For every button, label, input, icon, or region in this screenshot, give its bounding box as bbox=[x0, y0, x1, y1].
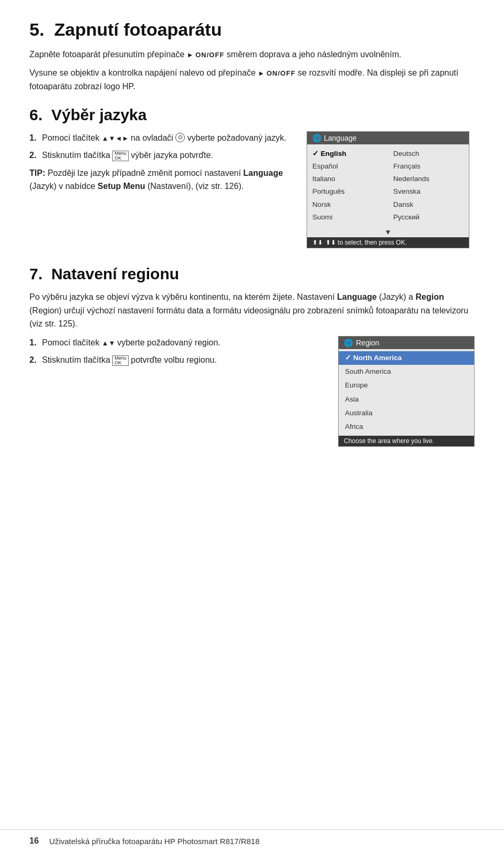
region-menu-ok-button: Menu OK bbox=[112, 355, 129, 366]
arrow-icon2: ► bbox=[258, 69, 266, 77]
tip-block: TIP: Později lze jazyk případně změnit p… bbox=[29, 166, 292, 193]
region-item-south-america: South America bbox=[339, 365, 474, 378]
lang-item-norsk: Norsk bbox=[312, 198, 383, 211]
lang-item-deutsch: Deutsch bbox=[393, 148, 464, 160]
region-para: Po výběru jazyka se objeví výzva k výběr… bbox=[29, 290, 475, 331]
arrow-icon: ► bbox=[187, 51, 195, 59]
lang-item-english: English bbox=[312, 148, 383, 160]
section7-title: 7. Natavení regionu bbox=[29, 265, 475, 283]
section6-text-col: 1. Pomocí tlačítek ▲▼◄► na ovladači ⊙ vy… bbox=[29, 131, 292, 198]
section6-number: 6. bbox=[29, 106, 43, 123]
lang-item-dansk: Dansk bbox=[393, 198, 464, 211]
section7-heading: Natavení regionu bbox=[51, 265, 179, 282]
lang-col-2: Deutsch Français Nederlands Svenska Dans… bbox=[388, 146, 469, 225]
step1-num: 1. bbox=[29, 131, 39, 145]
region-globe-icon: 🌐 bbox=[344, 339, 353, 347]
section5-title: 5. Zapnutí fotoaparátu bbox=[29, 19, 475, 40]
lang-panel-title: 🌐 Language bbox=[307, 132, 469, 144]
region-step2: 2. Stisknutím tlačítka Menu OK potvrďte … bbox=[29, 353, 323, 367]
controller-icon: ⊙ bbox=[175, 133, 185, 142]
section5-heading: Zapnutí fotoaparátu bbox=[54, 19, 222, 39]
page-content: 5. Zapnutí fotoaparátu Zapněte fotoapará… bbox=[0, 0, 504, 489]
region-panel-box: 🌐 Region North America South America Eur… bbox=[338, 336, 475, 447]
region-item-australia: Australia bbox=[339, 406, 474, 420]
region-panel-col: 🌐 Region North America South America Eur… bbox=[338, 336, 475, 447]
section6-content: 1. Pomocí tlačítek ▲▼◄► na ovladači ⊙ vy… bbox=[29, 131, 475, 249]
lang-item-suomi: Suomi bbox=[312, 211, 383, 224]
region-step1: 1. Pomocí tlačítek ▲▼ vyberte požadovaný… bbox=[29, 336, 323, 350]
scroll-down-arrow: ▼ bbox=[307, 227, 469, 237]
lang-col-1: English Español Italiano Português Norsk… bbox=[307, 146, 388, 225]
page-number: 16 bbox=[29, 836, 39, 846]
region-item-africa: Africa bbox=[339, 420, 474, 434]
para1: Zapněte fotoaparát přesunutím přepínače … bbox=[29, 48, 475, 61]
step2-text: Stisknutím tlačítka Menu OK výběr jazyka… bbox=[42, 149, 213, 162]
region-item-asia: Asia bbox=[339, 393, 474, 406]
section5-number: 5. bbox=[29, 19, 44, 39]
region-item-north-america: North America bbox=[339, 351, 474, 365]
section7-number: 7. bbox=[29, 265, 43, 282]
lang-item-svenska: Svenska bbox=[393, 185, 464, 198]
arrows-icon: ▲▼◄► bbox=[102, 134, 131, 142]
section6-title: 6. Výběr jazyka bbox=[29, 106, 475, 124]
region-item-europe: Europe bbox=[339, 378, 474, 392]
menu-ok-button: Menu OK bbox=[112, 151, 129, 161]
para2: Vysune se objektiv a kontrolka napájení … bbox=[29, 66, 475, 93]
step1-text: Pomocí tlačítek ▲▼◄► na ovladači ⊙ vyber… bbox=[42, 131, 286, 145]
lang-item-francais: Français bbox=[393, 160, 464, 173]
globe-icon: 🌐 bbox=[312, 134, 321, 142]
lang-item-portugues: Português bbox=[312, 185, 383, 198]
lang-panel-box: 🌐 Language English Español Italiano Port… bbox=[307, 131, 469, 249]
lang-item-russian: Русский bbox=[393, 211, 464, 224]
step1: 1. Pomocí tlačítek ▲▼◄► na ovladači ⊙ vy… bbox=[29, 131, 292, 145]
nav-arrows-icon: ⬆⬇ bbox=[312, 239, 323, 246]
lang-item-espanol: Español bbox=[312, 160, 383, 173]
step2: 2. Stisknutím tlačítka Menu OK výběr jaz… bbox=[29, 149, 292, 162]
region-step2-text: Stisknutím tlačítka Menu OK potvrďte vol… bbox=[42, 353, 217, 367]
region-step2-num: 2. bbox=[29, 353, 39, 367]
region-text-col: 1. Pomocí tlačítek ▲▼ vyberte požadovaný… bbox=[29, 336, 323, 371]
region-step1-text: Pomocí tlačítek ▲▼ vyberte požadovaný re… bbox=[42, 336, 220, 350]
region-step1-num: 1. bbox=[29, 336, 39, 350]
section6-heading: Výběr jazyka bbox=[51, 106, 147, 123]
region-list: North America South America Europe Asia … bbox=[339, 349, 474, 436]
footer-text: Uživatelská příručka fotoaparátu HP Phot… bbox=[49, 837, 260, 846]
lang-footer: ⬆⬇ ⬆⬇ to select, then press OK. bbox=[307, 237, 469, 248]
lang-footer-text: ⬆⬇ to select, then press OK. bbox=[326, 239, 407, 246]
lang-item-italiano: Italiano bbox=[312, 173, 383, 185]
page-footer: 16 Uživatelská příručka fotoaparátu HP P… bbox=[0, 829, 504, 852]
region-footer: Choose the area where you live. bbox=[339, 436, 474, 446]
lang-item-nederlands: Nederlands bbox=[393, 173, 464, 185]
region-arrows-icon: ▲▼ bbox=[102, 339, 117, 347]
language-panel: 🌐 Language English Español Italiano Port… bbox=[307, 131, 475, 249]
lang-list: English Español Italiano Português Norsk… bbox=[307, 144, 469, 227]
region-panel-title: 🌐 Region bbox=[339, 336, 474, 349]
step2-num: 2. bbox=[29, 149, 39, 162]
section7-content: 1. Pomocí tlačítek ▲▼ vyberte požadovaný… bbox=[29, 336, 475, 447]
